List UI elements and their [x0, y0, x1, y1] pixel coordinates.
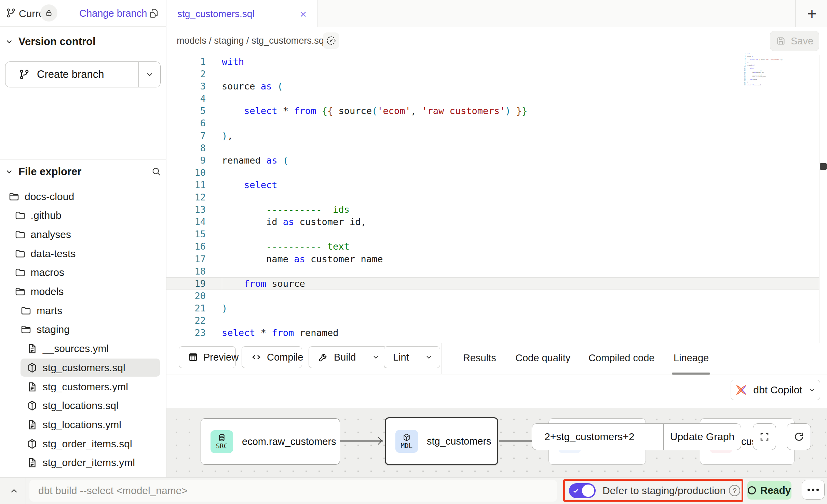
preview-button[interactable]: Preview — [179, 346, 236, 368]
code-lines[interactable]: 1with23source as (45 select * from {{ so… — [190, 56, 527, 339]
file-tree-item--sources-yml[interactable]: __sources.yml — [0, 339, 166, 358]
code-line-16: 16 ---------- text — [190, 240, 527, 253]
lineage-node-ecom-raw-customers[interactable]: SRCecom.raw_customers — [201, 418, 340, 465]
lock-icon — [45, 9, 53, 17]
new-tab-button[interactable]: + — [802, 4, 822, 23]
chevron-down-icon — [808, 386, 816, 394]
database-icon — [217, 433, 226, 442]
code-editor[interactable]: 1with23source as (45 select * from {{ so… — [166, 55, 819, 343]
code-line-15: 15 — [190, 228, 527, 240]
scrollbar-thumb[interactable] — [820, 163, 827, 170]
file-tree-item--github[interactable]: .github — [0, 206, 166, 225]
update-graph-button[interactable]: Update Graph — [664, 424, 741, 450]
dbt-copilot-button[interactable]: dbt Copilot — [731, 380, 820, 400]
results-tab-code-quality[interactable]: Code quality — [515, 352, 570, 364]
active-tab-underline — [672, 373, 710, 375]
copy-icon[interactable] — [148, 8, 159, 18]
file-tree-item-macros[interactable]: macros — [0, 263, 166, 282]
command-input[interactable] — [29, 480, 557, 502]
lineage-node-stg-customers[interactable]: MDLstg_customers — [385, 417, 498, 465]
version-control-title: Version control — [18, 36, 96, 48]
file-label: analyses — [31, 229, 71, 240]
file-tree-item-stg-order-items-yml[interactable]: stg_order_items.yml — [0, 453, 166, 472]
search-icon[interactable] — [151, 166, 161, 177]
file-tree-item-stg-customers-yml[interactable]: stg_customers.yml — [0, 377, 166, 396]
results-tab-compiled-code[interactable]: Compiled code — [588, 352, 654, 364]
code-line-20: 20 — [190, 290, 527, 302]
model-icon — [26, 438, 38, 450]
chevron-up-icon[interactable] — [9, 486, 19, 496]
node-label: stg_customers — [427, 436, 491, 447]
file-explorer-title: File explorer — [18, 166, 81, 178]
file-explorer-header[interactable]: File explorer — [5, 166, 161, 178]
file-icon — [26, 457, 38, 468]
build-caret[interactable] — [365, 347, 387, 368]
model-icon — [26, 400, 38, 411]
results-tab-lineage[interactable]: Lineage — [674, 352, 709, 364]
code-line-5: 5 select * from {{ source('ecom', 'raw_c… — [190, 105, 527, 117]
file-tree-item-stg-locations-yml[interactable]: stg_locations.yml — [0, 415, 166, 434]
code-line-6: 6 — [190, 117, 527, 129]
more-options-button[interactable] — [802, 480, 825, 500]
code-line-18: 18 — [190, 265, 527, 278]
file-label: stg_order_items.yml — [43, 457, 135, 468]
folder-open-icon — [20, 324, 32, 335]
file-tree-item-models[interactable]: models — [0, 282, 166, 301]
refresh-icon — [793, 431, 805, 443]
code-line-22: 22 — [190, 314, 527, 327]
create-branch-caret[interactable] — [139, 62, 160, 87]
code-line-21: 21) — [190, 302, 527, 314]
fullscreen-button[interactable] — [753, 423, 776, 450]
code-line-14: 14 id as customer_id, — [190, 216, 527, 228]
lineage-graph[interactable]: SRCecom.raw_customersMDLstg_customersMDL… — [166, 408, 827, 477]
lint-caret[interactable] — [418, 347, 440, 368]
wrench-icon — [318, 352, 329, 363]
file-label: .github — [31, 210, 62, 221]
help-icon[interactable]: ? — [729, 485, 740, 496]
file-tree-item-staging[interactable]: staging — [0, 320, 166, 339]
toggle-knob — [582, 485, 594, 497]
status-circle-icon — [748, 486, 756, 494]
defer-toggle[interactable] — [569, 483, 596, 498]
compile-button[interactable]: Compile — [242, 346, 302, 368]
table-icon — [188, 352, 198, 362]
lint-label: Lint — [393, 352, 409, 363]
defer-label: Defer to staging/production — [602, 485, 726, 496]
results-tab-results[interactable]: Results — [463, 352, 496, 364]
editor-border — [819, 55, 819, 343]
check-icon — [572, 487, 580, 494]
file-tree-item-analyses[interactable]: analyses — [0, 225, 166, 244]
version-control-header[interactable]: Version control — [5, 36, 96, 48]
change-branch-link[interactable]: Change branch — [79, 8, 147, 19]
file-label: macros — [31, 267, 64, 278]
lint-button[interactable]: Lint — [384, 346, 440, 368]
code-line-17: 17 name as customer_name — [190, 253, 527, 265]
build-button[interactable]: Build — [309, 346, 387, 368]
file-label: stg_locations.sql — [43, 400, 119, 411]
file-tree-item-marts[interactable]: marts — [0, 301, 166, 320]
refresh-button[interactable] — [787, 423, 811, 450]
code-line-3: 3source as ( — [190, 80, 527, 93]
create-branch-button[interactable]: Create branch — [5, 61, 161, 87]
gauge-icon[interactable] — [323, 32, 339, 49]
tab-stg-customers-sql[interactable]: stg_customers.sql × — [166, 0, 318, 28]
node-label: ecom.raw_customers — [242, 436, 336, 447]
file-tree-item-docs-cloud[interactable]: docs-cloud — [0, 187, 166, 206]
create-branch-main[interactable]: Create branch — [5, 62, 139, 87]
file-label: docs-cloud — [25, 191, 74, 202]
file-tree-item-stg-customers-sql[interactable]: stg_customers.sql — [0, 358, 166, 377]
lineage-selector-input[interactable]: 2+stg_customers+2 — [532, 424, 664, 450]
close-icon[interactable]: × — [300, 8, 307, 20]
minimap[interactable]: 1with23source as (45 select * from {{ so… — [744, 53, 818, 87]
chevron-down-icon — [5, 37, 14, 46]
file-label: models — [31, 286, 64, 297]
file-icon — [26, 343, 38, 354]
section-divider — [0, 159, 166, 160]
cube-icon — [402, 433, 411, 442]
save-button[interactable]: Save — [770, 31, 819, 51]
tab-bar-divider — [795, 0, 796, 27]
file-tree-item-stg-locations-sql[interactable]: stg_locations.sql — [0, 396, 166, 415]
file-tree-item-data-tests[interactable]: data-tests — [0, 244, 166, 263]
save-icon — [776, 36, 786, 46]
file-tree-item-stg-order-items-sql[interactable]: stg_order_items.sql — [0, 434, 166, 453]
